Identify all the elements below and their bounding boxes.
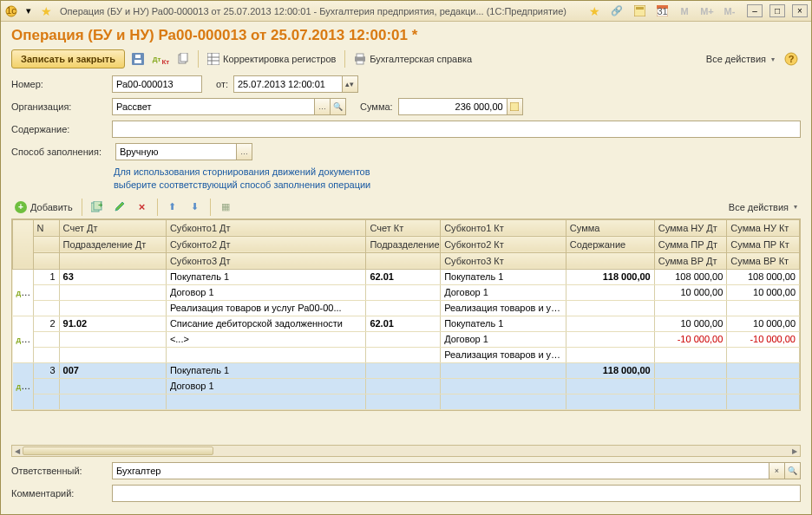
table-row[interactable]: <...> Договор 1 -10 000,00 -10 000,00 bbox=[13, 331, 800, 347]
table-row-selected[interactable] bbox=[13, 394, 800, 409]
table-row-selected[interactable]: Договор 1 bbox=[13, 378, 800, 394]
dropdown-icon[interactable]: ▾ bbox=[22, 4, 36, 18]
move-up-icon[interactable]: ⬆ bbox=[163, 198, 182, 217]
copy-doc-icon[interactable] bbox=[174, 49, 193, 68]
table-icon bbox=[207, 53, 219, 65]
org-label: Организация: bbox=[11, 101, 107, 112]
register-correction-button[interactable]: Корректировка регистров bbox=[204, 51, 339, 67]
maximize-button[interactable]: □ bbox=[769, 4, 785, 17]
edit-row-icon[interactable] bbox=[110, 198, 129, 217]
table-row[interactable]: Реализация товаров и услуг... bbox=[13, 347, 800, 362]
dtkt-row-icon bbox=[16, 383, 32, 391]
move-down-icon[interactable]: ⬇ bbox=[186, 198, 205, 217]
acc-ref-label: Бухгалтерская справка bbox=[370, 54, 472, 64]
table-row[interactable]: Договор 1 Договор 1 10 000,00 10 000,00 bbox=[13, 284, 800, 300]
from-label: от: bbox=[216, 79, 228, 89]
window-title: Операция (БУ и НУ) Ра00-000013 от 25.07.… bbox=[56, 6, 587, 16]
number-label: Номер: bbox=[11, 79, 107, 89]
svg-text:1c: 1c bbox=[6, 5, 16, 16]
fill-label: Способ заполнения: bbox=[11, 147, 110, 157]
content-label: Содержание: bbox=[11, 124, 107, 134]
svg-rect-17 bbox=[357, 54, 363, 57]
dtkt-row-icon bbox=[16, 290, 32, 297]
org-input[interactable] bbox=[112, 98, 315, 115]
document-title: Операция (БУ и НУ) Ра00-000013 от 25.07.… bbox=[11, 27, 801, 44]
fill-select-btn[interactable]: … bbox=[237, 143, 252, 160]
extra-icon[interactable]: ▦ bbox=[216, 198, 235, 217]
svg-rect-21 bbox=[510, 102, 519, 111]
scroll-left-icon[interactable]: ◀ bbox=[12, 446, 23, 456]
dtkt-row-icon bbox=[16, 336, 32, 344]
favorite-star-icon[interactable]: ★ bbox=[39, 4, 53, 18]
mem-mminus[interactable]: M- bbox=[723, 4, 737, 18]
svg-rect-8 bbox=[134, 60, 141, 63]
app-logo-icon: 1c bbox=[4, 4, 18, 18]
sum-label: Сумма: bbox=[360, 101, 393, 112]
date-spinner[interactable]: ▴▾ bbox=[343, 75, 358, 93]
delete-row-icon[interactable]: × bbox=[133, 198, 152, 217]
comment-label: Комментарий: bbox=[11, 488, 107, 499]
resp-open-btn[interactable]: 🔍 bbox=[785, 462, 801, 479]
mem-m[interactable]: M bbox=[678, 4, 691, 18]
sum-input[interactable] bbox=[398, 98, 508, 115]
minimize-button[interactable]: – bbox=[747, 4, 763, 17]
calendar-icon[interactable]: 31 bbox=[655, 4, 669, 18]
save-close-button[interactable]: Записать и закрыть bbox=[11, 49, 125, 68]
mem-mplus[interactable]: M+ bbox=[700, 4, 714, 18]
entries-grid[interactable]: N Счет Дт Субконто1 Дт Счет Кт Субконто1… bbox=[11, 218, 801, 411]
calc-icon[interactable] bbox=[632, 4, 646, 18]
table-row[interactable]: 2 91.02 Списание дебиторской задолженнос… bbox=[13, 316, 800, 331]
svg-text:?: ? bbox=[789, 54, 795, 64]
table-row-selected[interactable]: 3 007 Покупатель 1 118 000,00 bbox=[13, 362, 800, 378]
reg-corr-label: Корректировка регистров bbox=[223, 54, 336, 64]
svg-rect-3 bbox=[636, 7, 644, 10]
dtkt-icon[interactable] bbox=[151, 49, 170, 68]
accounting-reference-button[interactable]: Бухгалтерская справка bbox=[350, 51, 475, 67]
svg-rect-12 bbox=[207, 53, 219, 65]
close-button[interactable]: × bbox=[792, 4, 808, 17]
svg-rect-2 bbox=[634, 5, 645, 16]
responsible-label: Ответственный: bbox=[11, 466, 107, 476]
fill-hint: Для использования сторнирования движений… bbox=[114, 166, 801, 192]
number-input[interactable] bbox=[112, 75, 202, 93]
add-row-button[interactable]: + Добавить bbox=[11, 199, 76, 215]
plus-icon: + bbox=[15, 201, 27, 213]
sum-calc-btn[interactable] bbox=[508, 98, 523, 115]
resp-clear-btn[interactable]: × bbox=[769, 462, 785, 479]
content-input[interactable] bbox=[112, 121, 801, 138]
svg-rect-18 bbox=[357, 61, 363, 64]
grid-all-actions[interactable]: Все действия bbox=[725, 200, 801, 214]
svg-text:+: + bbox=[98, 201, 102, 210]
org-open-btn[interactable]: 🔍 bbox=[331, 98, 346, 115]
star-icon[interactable]: ★ bbox=[587, 4, 601, 18]
scroll-right-icon[interactable]: ▶ bbox=[789, 446, 800, 456]
all-actions-button[interactable]: Все действия bbox=[703, 52, 778, 66]
grid-header: N Счет Дт Субконто1 Дт Счет Кт Субконто1… bbox=[13, 219, 800, 269]
org-select-btn[interactable]: … bbox=[315, 98, 331, 115]
window-titlebar: 1c ▾ ★ Операция (БУ и НУ) Ра00-000013 от… bbox=[1, 1, 811, 22]
svg-rect-11 bbox=[180, 53, 187, 62]
fill-input[interactable] bbox=[115, 143, 237, 160]
link-icon[interactable]: 🔗 bbox=[610, 4, 624, 18]
table-row[interactable]: Реализация товаров и услуг Ра00-00... Ре… bbox=[13, 300, 800, 316]
help-icon[interactable]: ? bbox=[782, 49, 801, 68]
horizontal-scrollbar[interactable]: ◀ ▶ bbox=[11, 445, 801, 457]
main-toolbar: Записать и закрыть Корректировка регистр… bbox=[11, 49, 801, 68]
copy-row-icon[interactable]: + bbox=[88, 198, 107, 217]
printer-icon bbox=[354, 53, 366, 65]
responsible-input[interactable] bbox=[112, 462, 769, 479]
svg-rect-9 bbox=[135, 55, 141, 58]
grid-toolbar: + Добавить + × ⬆ ⬇ ▦ Все действия bbox=[11, 198, 801, 217]
save-icon[interactable] bbox=[128, 49, 147, 68]
scroll-thumb[interactable] bbox=[23, 447, 213, 455]
table-row[interactable]: 1 63 Покупатель 1 62.01 Покупатель 1 118… bbox=[13, 269, 800, 284]
svg-text:31: 31 bbox=[657, 6, 667, 16]
comment-input[interactable] bbox=[112, 485, 801, 502]
date-input[interactable] bbox=[233, 75, 343, 93]
